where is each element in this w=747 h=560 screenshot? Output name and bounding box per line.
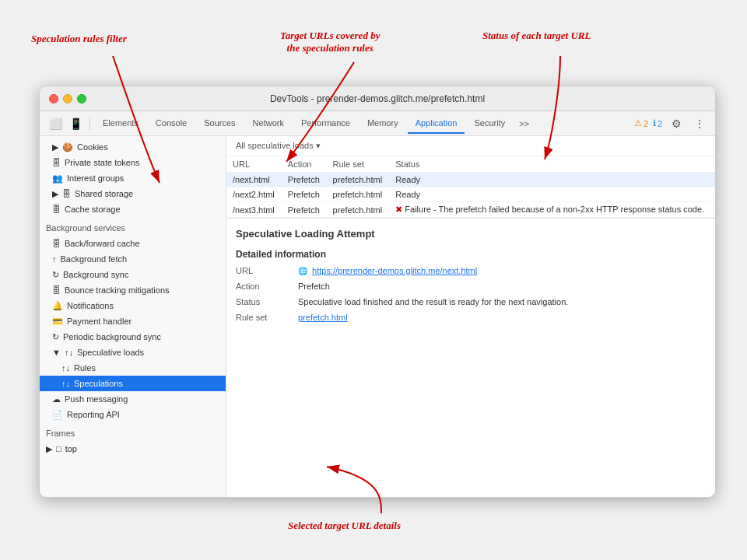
tab-network[interactable]: Network: [245, 114, 292, 134]
row3-action: Prefetch: [282, 202, 327, 218]
toolbar-right: ⚠ 2 ℹ 2 ⚙ ⋮: [634, 114, 709, 133]
close-button[interactable]: [49, 94, 58, 103]
cloud-icon: ☁: [52, 394, 61, 404]
tab-console[interactable]: Console: [148, 114, 195, 134]
browser-window: DevTools - prerender-demos.glitch.me/pre…: [39, 86, 716, 498]
tab-memory[interactable]: Memory: [359, 114, 406, 134]
ruleset-link[interactable]: prefetch.html: [298, 313, 348, 322]
row1-ruleset: prefetch.html: [327, 173, 390, 187]
detail-panel: Speculative Loading Attempt Detailed inf…: [226, 218, 715, 338]
annotation-selected-details: Selected target URL details: [288, 520, 401, 532]
table-row[interactable]: /next.html Prefetch prefetch.html Ready: [226, 173, 715, 187]
error-icon: ✖: [395, 205, 402, 214]
table-row[interactable]: /next2.html Prefetch prefetch.html Ready: [226, 187, 715, 202]
detail-value-ruleset: prefetch.html: [298, 313, 706, 322]
frame-icon: □: [56, 444, 61, 453]
more-options-icon[interactable]: ⋮: [690, 114, 709, 133]
detail-row-url: URL 🌐 https://prerender-demos.glitch.me/…: [236, 266, 706, 275]
speculation-table: URL Action Rule set Status /next.html Pr…: [226, 156, 715, 218]
col-ruleset: Rule set: [327, 156, 390, 173]
cache-icon: 🗄: [52, 205, 61, 214]
periodic-icon: ↻: [52, 332, 59, 342]
minimize-button[interactable]: [63, 94, 72, 103]
detail-label-url: URL: [236, 266, 298, 275]
sidebar-item-shared-storage[interactable]: ▶ 🗄 Shared storage: [40, 186, 226, 201]
sidebar-item-cookies[interactable]: ▶ 🍪 Cookies: [40, 139, 226, 155]
col-status: Status: [389, 156, 715, 173]
group-icon: 👥: [52, 173, 63, 184]
row1-status: Ready: [389, 173, 715, 187]
settings-icon[interactable]: ⚙: [667, 114, 686, 133]
arrow-icon2: ▶: [52, 189, 58, 199]
sidebar-item-payment-handler[interactable]: 💳 Payment handler: [40, 313, 226, 329]
annotation-speculation-filter: Speculation rules filter: [31, 33, 127, 45]
sidebar-item-speculations[interactable]: ↑↓ Speculations: [40, 376, 226, 391]
row2-ruleset: prefetch.html: [327, 187, 390, 202]
detail-label-ruleset: Rule set: [236, 313, 298, 322]
globe-icon: 🌐: [298, 267, 307, 275]
speculations-icon: ↑↓: [61, 379, 70, 388]
main-content: All speculative loads ▾ URL Action Rule …: [226, 136, 715, 498]
detail-row-status: Status Speculative load finished and the…: [236, 297, 706, 306]
table-row[interactable]: /next3.html Prefetch prefetch.html ✖ Fai…: [226, 202, 715, 218]
inspect-icon[interactable]: ⬜: [46, 114, 65, 133]
annotation-status-each-url: Status of each target URL: [482, 30, 591, 42]
row2-action: Prefetch: [282, 187, 327, 202]
title-bar: DevTools - prerender-demos.glitch.me/pre…: [40, 86, 715, 111]
report-icon: 📄: [52, 410, 63, 420]
row2-url: /next2.html: [226, 187, 282, 202]
sync-icon: ↻: [52, 270, 59, 280]
row3-status: ✖ Failure - The prefetch failed because …: [389, 202, 715, 218]
detail-row-ruleset: Rule set prefetch.html: [236, 313, 706, 322]
bf-cache-icon: 🗄: [52, 239, 61, 248]
db-icon: 🗄: [52, 158, 61, 167]
bounce-icon: 🗄: [52, 285, 61, 295]
row1-action: Prefetch: [282, 173, 327, 187]
shared-storage-icon: 🗄: [62, 189, 71, 198]
col-action: Action: [282, 156, 327, 173]
sidebar-item-top[interactable]: ▶ □ top: [40, 441, 226, 457]
sidebar-item-push-messaging[interactable]: ☁ Push messaging: [40, 391, 226, 407]
sidebar-item-speculative-loads[interactable]: ▼ ↑↓ Speculative loads: [40, 345, 226, 360]
fetch-icon: ↑: [52, 254, 57, 264]
sidebar-item-bounce-tracking[interactable]: 🗄 Bounce tracking mitigations: [40, 282, 226, 298]
detail-title: Speculative Loading Attempt: [236, 228, 706, 240]
tab-performance[interactable]: Performance: [293, 114, 358, 134]
tab-application[interactable]: Application: [408, 114, 465, 134]
sidebar-item-bg-sync[interactable]: ↻ Background sync: [40, 267, 226, 282]
arrow-down-icon: ▼: [52, 348, 61, 357]
warn-badge: ⚠ 2: [634, 118, 648, 128]
sidebar-item-rules[interactable]: ↑↓ Rules: [40, 360, 226, 376]
row3-url: /next3.html: [226, 202, 282, 218]
sidebar-item-interest-groups[interactable]: 👥 Interest groups: [40, 170, 226, 186]
detail-value-action: Prefetch: [298, 282, 706, 291]
col-url: URL: [226, 156, 282, 173]
notification-icon: 🔔: [52, 301, 63, 311]
row1-url: /next.html: [226, 173, 282, 187]
cookies-icon: 🍪: [62, 142, 73, 152]
sidebar-item-bg-fetch[interactable]: ↑ Background fetch: [40, 251, 226, 267]
sidebar-item-back-forward[interactable]: 🗄 Back/forward cache: [40, 236, 226, 251]
maximize-button[interactable]: [77, 94, 86, 103]
device-icon[interactable]: 📱: [66, 114, 85, 133]
sidebar-item-reporting-api[interactable]: 📄 Reporting API: [40, 407, 226, 422]
window-title: DevTools - prerender-demos.glitch.me/pre…: [270, 93, 485, 104]
sidebar-item-private-tokens[interactable]: 🗄 Private state tokens: [40, 155, 226, 170]
tab-more[interactable]: >>: [514, 116, 534, 131]
tab-sources[interactable]: Sources: [196, 114, 243, 134]
detail-value-url: 🌐 https://prerender-demos.glitch.me/next…: [298, 266, 706, 275]
arrow-icon: ▶: [52, 142, 58, 152]
annotation-target-urls: Target URLs covered bythe speculation ru…: [280, 30, 380, 54]
sidebar-item-periodic-bg-sync[interactable]: ↻ Periodic background sync: [40, 329, 226, 345]
tab-security[interactable]: Security: [466, 114, 513, 134]
sidebar-item-cache-storage[interactable]: 🗄 Cache storage: [40, 201, 226, 217]
devtools-toolbar: ⬜ 📱 Elements Console Sources Network Per…: [40, 111, 715, 136]
url-link[interactable]: https://prerender-demos.glitch.me/next.h…: [312, 266, 477, 275]
detail-label-action: Action: [236, 282, 298, 291]
toolbar-separator-1: [89, 117, 90, 131]
detail-section-title: Detailed information: [236, 249, 706, 260]
detail-row-action: Action Prefetch: [236, 282, 706, 291]
speculation-header[interactable]: All speculative loads ▾: [226, 136, 715, 156]
sidebar-item-notifications[interactable]: 🔔 Notifications: [40, 298, 226, 313]
tab-elements[interactable]: Elements: [95, 114, 146, 134]
